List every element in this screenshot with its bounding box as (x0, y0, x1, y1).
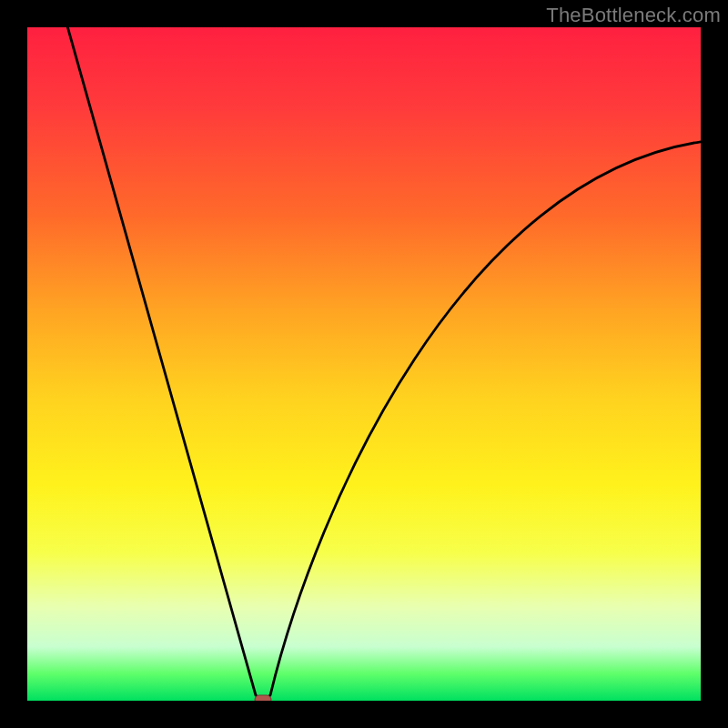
chart-frame: TheBottleneck.com (0, 0, 728, 728)
bottleneck-curve (27, 27, 701, 701)
attribution-text: TheBottleneck.com (546, 4, 721, 27)
svg-rect-0 (255, 695, 271, 701)
plot-area (27, 27, 701, 701)
